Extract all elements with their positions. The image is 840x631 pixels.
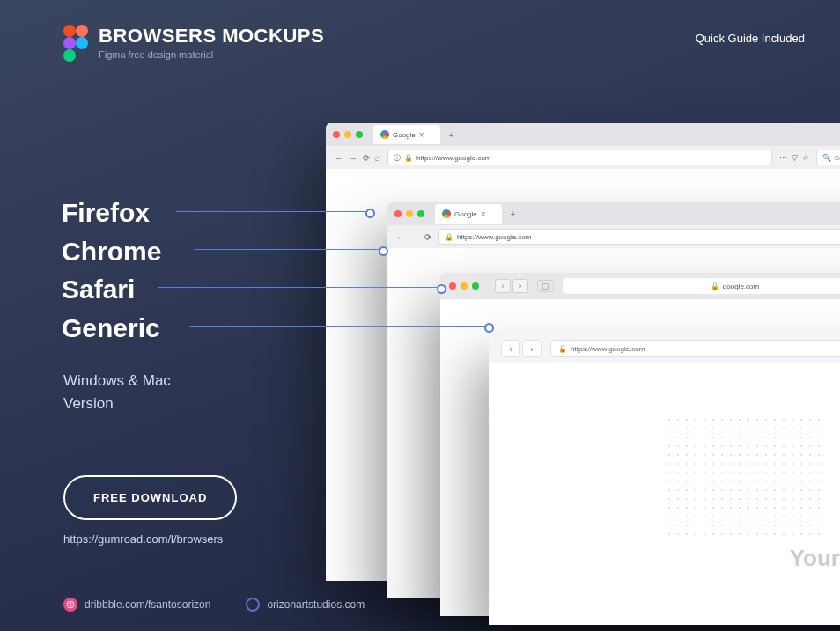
dribbble-icon: [63, 598, 77, 612]
address-bar: 🔒 https://www.google.com: [550, 340, 840, 357]
url-text: https://www.google.com: [457, 233, 531, 241]
url-text: https://www.google.com: [416, 154, 490, 162]
version-text: Windows & Mac Version: [63, 370, 171, 415]
favicon-icon: [442, 209, 451, 218]
reload-icon: ⟳: [424, 232, 431, 242]
window-controls: [333, 131, 363, 138]
back-icon: ‹: [495, 279, 511, 293]
info-icon: ⓘ: [394, 153, 401, 163]
connector-generic: [189, 326, 490, 327]
browser-tab: Google ×: [435, 204, 502, 224]
label-generic: Generic: [62, 309, 161, 348]
search-icon: 🔍: [822, 154, 831, 162]
star-icon: ☆: [802, 153, 809, 162]
generic-mockup: ‹ › 🔒 https://www.google.com Your screen: [489, 334, 840, 625]
forward-icon: →: [410, 232, 419, 242]
header: BROWSERS MOCKUPS Figma free design mater…: [63, 25, 324, 62]
new-tab-icon: +: [511, 209, 516, 219]
placeholder-text: Your screen: [790, 545, 840, 572]
browser-list: Firefox Chrome Safari Generic: [62, 194, 161, 347]
dot-pattern: [665, 415, 823, 539]
lock-icon: 🔒: [445, 233, 453, 241]
forward-icon: ›: [512, 279, 528, 293]
lock-icon: 🔒: [711, 282, 719, 290]
window-controls: [449, 282, 479, 290]
page-subtitle: Figma free design material: [99, 49, 324, 60]
sidebar-icon: ▢: [537, 280, 554, 292]
address-bar: 🔒 google.com: [563, 278, 840, 294]
label-firefox: Firefox: [62, 194, 161, 232]
address-bar: 🔒 https://www.google.com: [438, 229, 840, 245]
svg-point-0: [67, 601, 74, 608]
address-bar: ⓘ 🔒 https://www.google.com: [387, 150, 772, 165]
window-controls: [394, 210, 424, 217]
tab-title: Google: [454, 210, 477, 218]
connector-chrome: [195, 249, 385, 250]
lock-icon: 🔒: [404, 154, 413, 162]
home-icon: ⌂: [375, 153, 380, 163]
label-chrome: Chrome: [62, 232, 161, 271]
forward-icon: →: [349, 153, 357, 163]
page-title: BROWSERS MOCKUPS: [99, 25, 324, 48]
dribbble-link[interactable]: dribbble.com/fsantosorizon: [63, 598, 210, 612]
nav-buttons: ‹›: [495, 279, 528, 293]
download-url[interactable]: https://gumroad.com/l/browsers: [63, 532, 223, 546]
search-field: 🔍 Search: [816, 150, 840, 165]
back-icon: ←: [335, 153, 343, 163]
close-icon: ×: [419, 130, 424, 140]
figma-logo-icon: [63, 25, 88, 62]
lock-icon: 🔒: [558, 345, 567, 353]
free-download-button[interactable]: FREE DOWNLOAD: [63, 475, 237, 520]
url-text: https://www.google.com: [571, 345, 645, 353]
orizon-link[interactable]: orizonartstudios.com: [246, 598, 365, 612]
connector-safari: [158, 287, 443, 288]
favicon-icon: [380, 130, 389, 139]
back-icon: ←: [396, 232, 405, 242]
new-tab-icon: +: [449, 130, 454, 140]
connector-firefox: [176, 211, 372, 212]
shield-icon: ▽: [792, 153, 798, 162]
label-safari: Safari: [62, 270, 161, 309]
close-icon: ×: [481, 209, 486, 219]
browser-tab: Google ×: [373, 125, 440, 144]
forward-icon: ›: [522, 340, 542, 357]
quick-guide-label: Quick Guide Included: [696, 32, 805, 45]
tab-title: Google: [393, 131, 416, 139]
back-icon: ‹: [501, 340, 520, 357]
more-icon: ⋯: [779, 153, 787, 162]
nav-buttons: ‹ ›: [501, 340, 542, 357]
footer: dribbble.com/fsantosorizon orizonartstud…: [63, 598, 365, 612]
url-text: google.com: [723, 282, 759, 290]
reload-icon: ⟳: [363, 153, 370, 163]
orizon-icon: [246, 598, 260, 612]
